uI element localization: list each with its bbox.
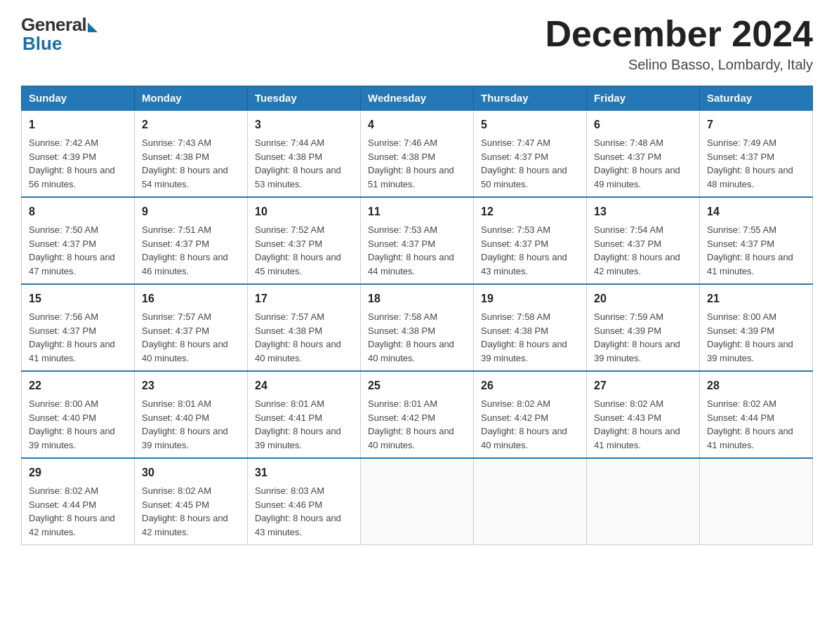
calendar-cell: 7Sunrise: 7:49 AMSunset: 4:37 PMDaylight… <box>700 110 813 197</box>
calendar-cell: 19Sunrise: 7:58 AMSunset: 4:38 PMDayligh… <box>474 284 587 371</box>
day-number: 28 <box>707 377 805 394</box>
calendar-cell: 29Sunrise: 8:02 AMSunset: 4:44 PMDayligh… <box>22 458 135 545</box>
calendar-cell: 28Sunrise: 8:02 AMSunset: 4:44 PMDayligh… <box>700 371 813 458</box>
day-info: Sunrise: 8:02 AMSunset: 4:44 PMDaylight:… <box>29 485 115 537</box>
day-number: 15 <box>29 290 127 307</box>
day-info: Sunrise: 8:00 AMSunset: 4:39 PMDaylight:… <box>707 311 793 363</box>
day-number: 4 <box>368 116 466 133</box>
day-info: Sunrise: 7:57 AMSunset: 4:37 PMDaylight:… <box>142 311 228 363</box>
day-number: 7 <box>707 116 805 133</box>
calendar-cell: 4Sunrise: 7:46 AMSunset: 4:38 PMDaylight… <box>361 110 474 197</box>
day-info: Sunrise: 8:01 AMSunset: 4:40 PMDaylight:… <box>142 398 228 450</box>
calendar-header-friday: Friday <box>587 86 700 111</box>
calendar-header-saturday: Saturday <box>700 86 813 111</box>
calendar-cell: 31Sunrise: 8:03 AMSunset: 4:46 PMDayligh… <box>248 458 361 545</box>
day-info: Sunrise: 8:02 AMSunset: 4:43 PMDaylight:… <box>594 398 680 450</box>
calendar-header-monday: Monday <box>135 86 248 111</box>
calendar-week-row: 22Sunrise: 8:00 AMSunset: 4:40 PMDayligh… <box>22 371 813 458</box>
calendar-cell: 12Sunrise: 7:53 AMSunset: 4:37 PMDayligh… <box>474 197 587 284</box>
day-info: Sunrise: 8:02 AMSunset: 4:45 PMDaylight:… <box>142 485 228 537</box>
calendar-cell: 20Sunrise: 7:59 AMSunset: 4:39 PMDayligh… <box>587 284 700 371</box>
day-number: 17 <box>255 290 353 307</box>
calendar-cell: 9Sunrise: 7:51 AMSunset: 4:37 PMDaylight… <box>135 197 248 284</box>
day-number: 9 <box>142 203 240 220</box>
calendar-cell: 2Sunrise: 7:43 AMSunset: 4:38 PMDaylight… <box>135 110 248 197</box>
day-number: 13 <box>594 203 692 220</box>
title-area: December 2024 Selino Basso, Lombardy, It… <box>545 14 813 73</box>
day-info: Sunrise: 8:02 AMSunset: 4:42 PMDaylight:… <box>481 398 567 450</box>
calendar-week-row: 8Sunrise: 7:50 AMSunset: 4:37 PMDaylight… <box>22 197 813 284</box>
day-info: Sunrise: 7:58 AMSunset: 4:38 PMDaylight:… <box>368 311 454 363</box>
page-header: General Blue December 2024 Selino Basso,… <box>21 14 813 73</box>
logo: General Blue <box>21 14 98 55</box>
calendar-cell <box>474 458 587 545</box>
calendar-header-thursday: Thursday <box>474 86 587 111</box>
day-number: 21 <box>707 290 805 307</box>
location-text: Selino Basso, Lombardy, Italy <box>545 57 813 73</box>
day-number: 26 <box>481 377 579 394</box>
day-number: 3 <box>255 116 353 133</box>
day-number: 27 <box>594 377 692 394</box>
day-info: Sunrise: 7:47 AMSunset: 4:37 PMDaylight:… <box>481 137 567 189</box>
calendar-cell: 15Sunrise: 7:56 AMSunset: 4:37 PMDayligh… <box>22 284 135 371</box>
day-number: 6 <box>594 116 692 133</box>
calendar-cell: 11Sunrise: 7:53 AMSunset: 4:37 PMDayligh… <box>361 197 474 284</box>
calendar-cell: 13Sunrise: 7:54 AMSunset: 4:37 PMDayligh… <box>587 197 700 284</box>
day-info: Sunrise: 7:53 AMSunset: 4:37 PMDaylight:… <box>481 224 567 276</box>
day-info: Sunrise: 7:59 AMSunset: 4:39 PMDaylight:… <box>594 311 680 363</box>
day-number: 20 <box>594 290 692 307</box>
month-title: December 2024 <box>545 14 813 54</box>
calendar-cell: 17Sunrise: 7:57 AMSunset: 4:38 PMDayligh… <box>248 284 361 371</box>
day-number: 5 <box>481 116 579 133</box>
day-info: Sunrise: 7:42 AMSunset: 4:39 PMDaylight:… <box>29 137 115 189</box>
day-info: Sunrise: 7:57 AMSunset: 4:38 PMDaylight:… <box>255 311 341 363</box>
day-number: 16 <box>142 290 240 307</box>
calendar-cell <box>361 458 474 545</box>
day-number: 25 <box>368 377 466 394</box>
calendar-week-row: 15Sunrise: 7:56 AMSunset: 4:37 PMDayligh… <box>22 284 813 371</box>
day-info: Sunrise: 8:00 AMSunset: 4:40 PMDaylight:… <box>29 398 115 450</box>
day-info: Sunrise: 7:44 AMSunset: 4:38 PMDaylight:… <box>255 137 341 189</box>
day-number: 2 <box>142 116 240 133</box>
day-info: Sunrise: 7:54 AMSunset: 4:37 PMDaylight:… <box>594 224 680 276</box>
calendar-header-sunday: Sunday <box>22 86 135 111</box>
day-info: Sunrise: 8:02 AMSunset: 4:44 PMDaylight:… <box>707 398 793 450</box>
day-info: Sunrise: 7:56 AMSunset: 4:37 PMDaylight:… <box>29 311 115 363</box>
calendar-cell: 18Sunrise: 7:58 AMSunset: 4:38 PMDayligh… <box>361 284 474 371</box>
day-number: 10 <box>255 203 353 220</box>
day-number: 14 <box>707 203 805 220</box>
calendar-cell <box>587 458 700 545</box>
day-number: 30 <box>142 464 240 481</box>
calendar-cell: 6Sunrise: 7:48 AMSunset: 4:37 PMDaylight… <box>587 110 700 197</box>
day-info: Sunrise: 8:03 AMSunset: 4:46 PMDaylight:… <box>255 485 341 537</box>
day-info: Sunrise: 7:55 AMSunset: 4:37 PMDaylight:… <box>707 224 793 276</box>
day-number: 24 <box>255 377 353 394</box>
calendar-cell: 23Sunrise: 8:01 AMSunset: 4:40 PMDayligh… <box>135 371 248 458</box>
calendar-cell: 14Sunrise: 7:55 AMSunset: 4:37 PMDayligh… <box>700 197 813 284</box>
calendar-header-tuesday: Tuesday <box>248 86 361 111</box>
day-number: 1 <box>29 116 127 133</box>
day-info: Sunrise: 7:53 AMSunset: 4:37 PMDaylight:… <box>368 224 454 276</box>
calendar-header-wednesday: Wednesday <box>361 86 474 111</box>
day-info: Sunrise: 7:43 AMSunset: 4:38 PMDaylight:… <box>142 137 228 189</box>
calendar-table: SundayMondayTuesdayWednesdayThursdayFrid… <box>21 86 813 545</box>
calendar-cell: 5Sunrise: 7:47 AMSunset: 4:37 PMDaylight… <box>474 110 587 197</box>
calendar-cell: 21Sunrise: 8:00 AMSunset: 4:39 PMDayligh… <box>700 284 813 371</box>
day-number: 23 <box>142 377 240 394</box>
day-info: Sunrise: 7:49 AMSunset: 4:37 PMDaylight:… <box>707 137 793 189</box>
calendar-cell: 25Sunrise: 8:01 AMSunset: 4:42 PMDayligh… <box>361 371 474 458</box>
calendar-cell <box>700 458 813 545</box>
day-number: 8 <box>29 203 127 220</box>
calendar-cell: 27Sunrise: 8:02 AMSunset: 4:43 PMDayligh… <box>587 371 700 458</box>
day-info: Sunrise: 7:50 AMSunset: 4:37 PMDaylight:… <box>29 224 115 276</box>
day-info: Sunrise: 8:01 AMSunset: 4:41 PMDaylight:… <box>255 398 341 450</box>
logo-blue-text: Blue <box>22 33 62 55</box>
day-info: Sunrise: 7:58 AMSunset: 4:38 PMDaylight:… <box>481 311 567 363</box>
day-info: Sunrise: 7:48 AMSunset: 4:37 PMDaylight:… <box>594 137 680 189</box>
calendar-cell: 30Sunrise: 8:02 AMSunset: 4:45 PMDayligh… <box>135 458 248 545</box>
day-info: Sunrise: 7:46 AMSunset: 4:38 PMDaylight:… <box>368 137 454 189</box>
day-info: Sunrise: 7:52 AMSunset: 4:37 PMDaylight:… <box>255 224 341 276</box>
day-number: 22 <box>29 377 127 394</box>
calendar-header-row: SundayMondayTuesdayWednesdayThursdayFrid… <box>22 86 813 111</box>
calendar-week-row: 29Sunrise: 8:02 AMSunset: 4:44 PMDayligh… <box>22 458 813 545</box>
